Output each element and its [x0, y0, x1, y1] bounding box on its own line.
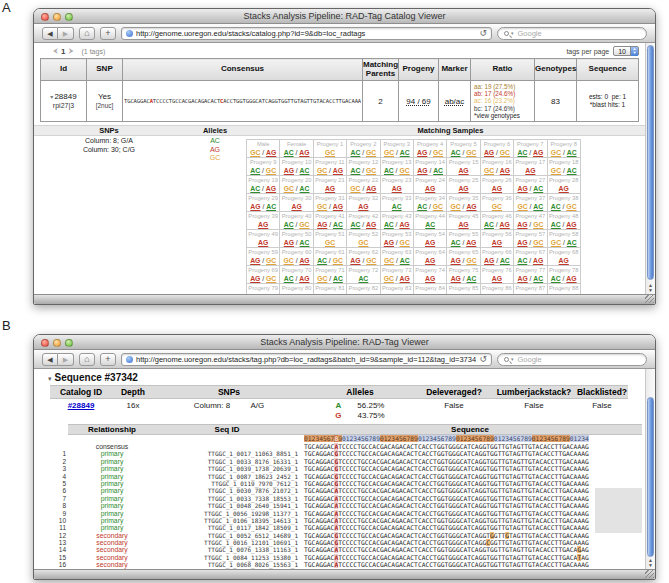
- zoom-button[interactable]: [65, 13, 73, 21]
- genotype-link[interactable]: AG: [533, 257, 543, 264]
- id-cell[interactable]: ▾28849 rpi27|3: [41, 81, 87, 122]
- search-field[interactable]: ▾ Google: [497, 27, 647, 40]
- genotype-link[interactable]: AG: [250, 203, 260, 210]
- progeny-cell[interactable]: 94 / 69: [399, 81, 439, 122]
- close-button[interactable]: [41, 339, 49, 347]
- genotype-link[interactable]: AG: [392, 185, 402, 192]
- genotype-link[interactable]: AG: [500, 167, 510, 174]
- genotype-link[interactable]: AG: [284, 167, 294, 174]
- genotype-link[interactable]: AG: [566, 275, 576, 282]
- genotype-link[interactable]: GC: [366, 149, 376, 156]
- genotype-link[interactable]: AC: [300, 239, 310, 246]
- zoom-button[interactable]: [65, 339, 73, 347]
- back-button[interactable]: ◀: [42, 353, 58, 366]
- genotype-link[interactable]: AG: [517, 239, 527, 246]
- genotype-link[interactable]: AG: [299, 257, 309, 264]
- genotype-link[interactable]: AG: [458, 185, 468, 192]
- search-field[interactable]: ▾ Google: [497, 353, 647, 366]
- genotype-link[interactable]: AG: [517, 221, 527, 228]
- genotype-link[interactable]: AG: [250, 275, 260, 282]
- genotype-link[interactable]: GC: [284, 257, 294, 264]
- genotype-link[interactable]: AG: [258, 239, 268, 246]
- genotype-link[interactable]: AG: [284, 239, 294, 246]
- genotype-link[interactable]: AC: [284, 149, 294, 156]
- new-tab-button[interactable]: +: [100, 353, 116, 366]
- genotype-link[interactable]: AC: [317, 257, 327, 264]
- genotype-link[interactable]: GC: [384, 257, 394, 264]
- new-tab-button[interactable]: +: [100, 27, 116, 40]
- genotype-link[interactable]: GC: [400, 239, 410, 246]
- genotype-link[interactable]: AG: [484, 257, 494, 264]
- genotype-link[interactable]: GC: [533, 221, 543, 228]
- genotype-link[interactable]: AC: [300, 185, 310, 192]
- genotype-link[interactable]: AG: [484, 149, 494, 156]
- forward-button[interactable]: ▶: [58, 27, 74, 40]
- genotype-link[interactable]: AG: [350, 257, 360, 264]
- genotype-link[interactable]: GC: [358, 239, 368, 246]
- reload-icon[interactable]: ↺: [479, 354, 487, 365]
- genotype-link[interactable]: GC: [433, 149, 443, 156]
- genotype-link[interactable]: AC: [300, 167, 310, 174]
- title-bar[interactable]: Stacks Analysis Pipeline: RAD-Tag Viewer: [34, 335, 655, 350]
- genotype-link[interactable]: AC: [284, 221, 294, 228]
- genotype-link[interactable]: AG: [425, 257, 435, 264]
- genotype-link[interactable]: AG: [492, 185, 502, 192]
- genotype-link[interactable]: AC: [567, 149, 577, 156]
- home-button[interactable]: ⌂: [79, 353, 95, 366]
- genotype-link[interactable]: AG: [299, 275, 309, 282]
- genotype-link[interactable]: AC: [400, 149, 410, 156]
- genotype-link[interactable]: AG: [451, 275, 461, 282]
- genotype-link[interactable]: AC: [551, 221, 561, 228]
- genotype-link[interactable]: AC: [484, 221, 494, 228]
- scrollbar-arrows[interactable]: ▲▼: [646, 558, 655, 568]
- genotype-link[interactable]: AG: [417, 167, 427, 174]
- home-button[interactable]: ⌂: [79, 27, 95, 40]
- reload-icon[interactable]: ↺: [479, 28, 487, 39]
- catalog-id-link[interactable]: #28849: [68, 401, 95, 410]
- disclosure-triangle-icon[interactable]: ▾: [50, 94, 53, 100]
- genotype-link[interactable]: AG: [384, 239, 394, 246]
- genotype-link[interactable]: AC: [533, 185, 543, 192]
- genotype-link[interactable]: AG: [492, 239, 502, 246]
- next-page-icon[interactable]: ⮞: [68, 47, 73, 55]
- genotype-link[interactable]: AG: [291, 203, 301, 210]
- genotype-link[interactable]: AC: [467, 275, 477, 282]
- address-bar[interactable]: http://genome.uoregon.edu/stacks/catalog…: [121, 27, 492, 40]
- genotype-link[interactable]: AG: [425, 275, 435, 282]
- genotype-link[interactable]: AG: [266, 185, 276, 192]
- genotype-link[interactable]: AC: [567, 167, 577, 174]
- genotype-link[interactable]: GC: [366, 257, 376, 264]
- disclosure-triangle-icon[interactable]: ▾: [48, 375, 52, 382]
- genotype-link[interactable]: GC: [551, 167, 561, 174]
- genotype-link[interactable]: AG: [425, 239, 435, 246]
- genotype-link[interactable]: AC: [400, 257, 410, 264]
- genotype-link[interactable]: GC: [299, 221, 309, 228]
- genotype-link[interactable]: AC: [250, 167, 260, 174]
- minimize-button[interactable]: [53, 13, 61, 21]
- genotype-link[interactable]: AC: [500, 257, 510, 264]
- genotype-link[interactable]: AG: [559, 185, 569, 192]
- genotype-link[interactable]: GC: [317, 275, 327, 282]
- resize-grip[interactable]: [645, 570, 654, 578]
- genotype-link[interactable]: AG: [525, 167, 535, 174]
- genotype-link[interactable]: GC: [284, 185, 294, 192]
- scrollbar-thumb[interactable]: [647, 45, 654, 280]
- genotype-link[interactable]: AG: [559, 257, 569, 264]
- genotype-link[interactable]: AG: [325, 185, 335, 192]
- per-page-select[interactable]: 10 ▲▼: [613, 46, 639, 56]
- genotype-link[interactable]: AC: [517, 149, 527, 156]
- catalog-id[interactable]: 28849: [54, 92, 76, 101]
- genotype-link[interactable]: AC: [533, 203, 543, 210]
- genotype-link[interactable]: AC: [517, 257, 527, 264]
- genotype-link[interactable]: AC: [250, 185, 260, 192]
- genotype-link[interactable]: AC: [551, 203, 561, 210]
- genotype-link[interactable]: AC: [384, 167, 394, 174]
- close-button[interactable]: [41, 13, 49, 21]
- genotype-link[interactable]: GC: [500, 149, 510, 156]
- scrollbar-thumb[interactable]: [647, 397, 654, 557]
- genotype-link[interactable]: GC: [366, 167, 376, 174]
- genotype-link[interactable]: AG: [366, 221, 376, 228]
- genotype-link[interactable]: AC: [333, 275, 343, 282]
- genotype-link[interactable]: GC: [517, 203, 527, 210]
- genotype-link[interactable]: AC: [433, 167, 443, 174]
